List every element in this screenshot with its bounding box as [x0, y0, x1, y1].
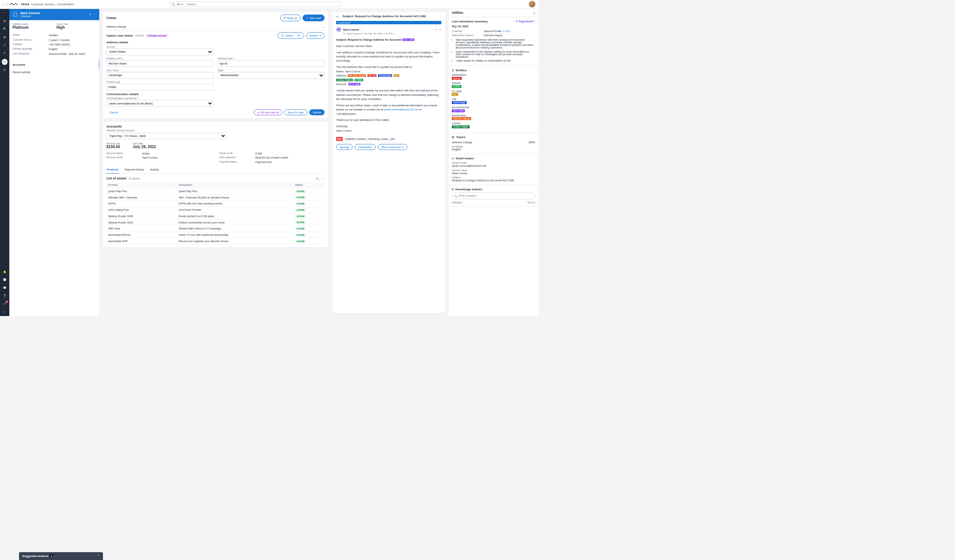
customer-header: 👤 Sara Connor Customer ✎ ⋮	[9, 9, 100, 20]
entity-country: United States	[336, 79, 353, 81]
chevron-down-icon: ▾	[320, 34, 321, 37]
list-rail-icon[interactable]: ☰	[3, 43, 7, 47]
entity-addr2: Apt #2	[368, 74, 376, 77]
global-search[interactable]: 🔍 All ▾ |	[169, 2, 341, 8]
postal-input[interactable]	[106, 84, 213, 90]
customer-name: Sara Connor	[20, 11, 40, 15]
lifetime-value-label: Lifetime value	[13, 23, 52, 25]
account-select[interactable]: Triple Play - TV Choice - 0008	[106, 133, 227, 139]
churn-risk: High	[56, 25, 96, 30]
bell-icon[interactable]: 🔔	[3, 270, 7, 274]
clarification-button[interactable]: Clarification	[355, 144, 376, 150]
search-rail-icon[interactable]: 🔍	[3, 27, 7, 31]
add-case-button[interactable]: ＋Add case	[302, 14, 324, 21]
addr2-input[interactable]	[218, 60, 324, 67]
more-icon[interactable]: ⋮	[439, 14, 441, 18]
collapse-icon[interactable]: ▸	[534, 11, 535, 14]
case-id: S-6152	[135, 34, 144, 37]
case-collapse-row[interactable]: Address change ⌄	[106, 23, 324, 31]
table-row[interactable]: Avermedia ER310Cable TV box with additio…	[106, 232, 324, 238]
due-date: July 28, 2022	[133, 145, 156, 149]
apps-grid-icon[interactable]: ⋮⋮⋮	[3, 3, 7, 6]
user-avatar[interactable]	[529, 1, 535, 8]
attachment-row[interactable]: PDF A388663_Eastern_electricity_board_.p…	[336, 137, 441, 141]
summary-title: Last interaction summary	[452, 20, 488, 23]
tenure-value: 3 years 7 months	[49, 38, 70, 42]
comm-pref-select[interactable]: sarah.connor@acme123.net (Work)	[106, 100, 213, 107]
sidebar-item-accounts[interactable]: Accounts	[9, 61, 100, 68]
table-row[interactable]: Speedy Router 2010Extend connectivity ac…	[106, 219, 324, 226]
tab-activity[interactable]: Activity	[150, 166, 159, 174]
gear-icon[interactable]: ⚙	[3, 51, 7, 55]
actions-button[interactable]: Actions ▾	[306, 33, 324, 39]
city-input[interactable]	[106, 72, 213, 79]
brand-logo: PEGA Customer Service - Constellation	[9, 2, 74, 6]
table-row[interactable]: Quad Play PlusQuad Play PlusACTIVE	[106, 188, 324, 194]
entity-item: CityCambridge	[452, 98, 535, 104]
search-input[interactable]	[187, 3, 338, 6]
brand-text: PEGA	[21, 3, 29, 6]
apps-rail-icon[interactable]: ▦	[3, 35, 7, 39]
help-icon[interactable]: ❔	[3, 294, 7, 298]
entity-item: CountryUnited States	[452, 122, 535, 128]
more-icon[interactable]: ⋮	[93, 13, 96, 16]
addr1-input[interactable]	[106, 60, 213, 67]
summary-date: Sep 18, 2023	[452, 25, 535, 28]
clock-icon[interactable]: 🕐	[3, 278, 7, 282]
tab-products[interactable]: Products	[106, 166, 119, 174]
table-row[interactable]: Avermedia DVRRecord and organize your fa…	[106, 238, 324, 244]
country-select[interactable]: United States	[106, 48, 213, 55]
email-rail-icon[interactable]: ✉	[2, 59, 8, 65]
reply-icon[interactable]: ↩	[435, 28, 437, 31]
attach-button[interactable]: 📎Attach 0	[277, 33, 304, 39]
state-select[interactable]: Massachusetts	[218, 72, 324, 79]
save-later-button[interactable]: Save for later	[284, 109, 307, 116]
collapse-rail-icon[interactable]: ▸	[3, 310, 7, 314]
column-menu-icon[interactable]: ⋮	[173, 183, 176, 186]
submit-button[interactable]: Submit	[309, 109, 324, 116]
search-filter[interactable]: All	[177, 3, 180, 6]
wrap-up-button[interactable]: ⚑Wrap up	[280, 14, 301, 21]
chat-icon[interactable]: 💬	[3, 285, 7, 289]
list-count: 21 results	[129, 177, 139, 180]
column-menu-icon[interactable]: ⋮	[321, 183, 323, 186]
search-icon: 🔍	[454, 194, 457, 197]
entity-item: Us_stateMA	[452, 90, 535, 96]
status-value: Verified	[49, 34, 58, 37]
mail-icon: ✉	[452, 157, 454, 160]
chevron-down-icon[interactable]: ▾	[181, 3, 183, 6]
interaction-link[interactable]: I-7511	[503, 30, 511, 33]
table-row[interactable]: Ultimate 300+ Channels300+ Channels 65,0…	[106, 194, 324, 201]
edit-icon[interactable]: ✎	[89, 13, 91, 16]
table-row[interactable]: HBO NowStream HBO without a TV package, …	[106, 225, 324, 232]
email-panel: ✉ Subject: Request to Change Address for…	[332, 11, 446, 313]
apology-button[interactable]: Apology	[336, 144, 352, 150]
table-row[interactable]: USA Calling PlusUS Phone PremierACTIVE	[106, 207, 324, 213]
search-icon[interactable]: 🔍	[316, 177, 319, 180]
assets-table: Product⋮ Description⋮ Status⋮ Quad Play …	[106, 182, 324, 245]
customer-role: Customer	[20, 15, 40, 17]
dashboard-icon[interactable]: ▤	[3, 19, 7, 23]
table-row[interactable]: Speedy Router 3200Router perfect for 8 G…	[106, 213, 324, 219]
column-menu-icon[interactable]: ⋮	[290, 183, 292, 186]
entity-zip: 67890	[354, 79, 363, 81]
entity-item: Addressline1456 Elm Street	[452, 114, 535, 120]
reply-all-icon[interactable]: ⤺	[439, 28, 441, 31]
fill-ai-button[interactable]: ✦Fill form with AI	[254, 109, 282, 116]
inbox-icon[interactable]: 🗂0	[3, 302, 7, 305]
add-icon[interactable]: ＋	[3, 11, 7, 15]
sidebar-item-recent[interactable]: Recent activity	[9, 69, 100, 76]
more-icon[interactable]: ⋮	[322, 177, 324, 180]
table-row[interactable]: ESPNESPN with the most sporting events .…	[106, 200, 324, 207]
topbar: ⋮⋮⋮ PEGA Customer Service - Constellatio…	[0, 0, 539, 9]
chevron-down-icon: ⌄	[322, 25, 324, 28]
chevron-down-icon[interactable]: ▾	[393, 32, 394, 35]
cancel-button[interactable]: Cancel	[106, 109, 121, 115]
ka-search-input[interactable]	[452, 192, 535, 199]
app-name: Customer Service - Constellation	[31, 3, 74, 6]
tab-payment-history[interactable]: Payment history	[124, 166, 145, 174]
sender-email-link[interactable]: sarah.connor@acme123.net	[384, 108, 418, 111]
entity-item: AccountnumberACC-008	[452, 106, 535, 112]
ka-title: Knowledge articles	[456, 188, 482, 191]
other-responses-button[interactable]: Other responses ▾	[378, 144, 407, 150]
